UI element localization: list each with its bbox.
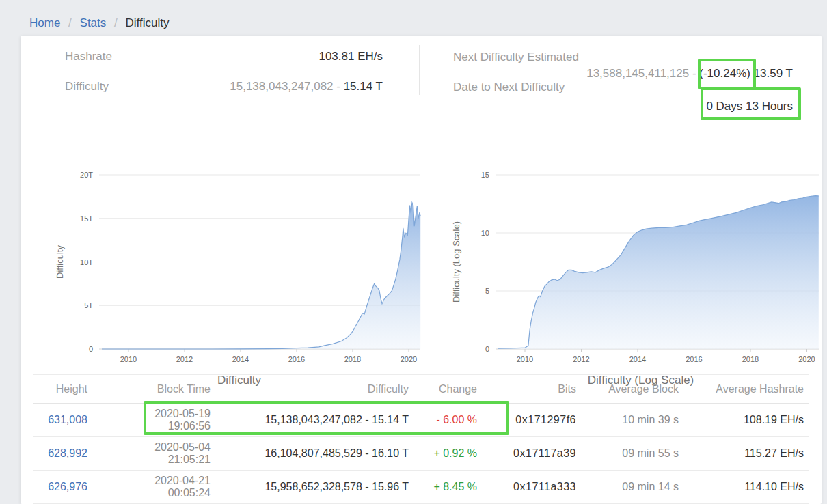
chart-area-fill <box>102 203 420 349</box>
col-header-average-hashrate: Average Hashrate <box>679 375 809 404</box>
difficulty-value-number: 15,138,043,247,082 - <box>230 80 343 93</box>
svg-text:20T: 20T <box>80 171 93 179</box>
date-next-difficulty-label: Date to Next Difficulty <box>453 81 565 94</box>
col-header-bits: Bits <box>477 375 576 404</box>
svg-text:2016: 2016 <box>686 355 702 363</box>
svg-text:2012: 2012 <box>573 355 589 363</box>
svg-text:5: 5 <box>485 287 489 295</box>
svg-text:2010: 2010 <box>120 355 137 363</box>
svg-text:2012: 2012 <box>176 355 193 363</box>
difficulty-table: Height Block Time Difficulty Change Bits… <box>33 374 809 504</box>
date-next-difficulty-value: 0 Days 13 Hours <box>453 100 793 113</box>
block-time-cell: 2020-05-0421:05:21 <box>87 437 211 471</box>
chart-area-fill <box>498 196 819 349</box>
next-difficulty-label: Next Difficulty Estimated <box>453 51 579 64</box>
next-difficulty-number: 13,588,145,411,125 - <box>586 67 699 80</box>
svg-text:2018: 2018 <box>344 355 361 363</box>
difficulty-label: Difficulty <box>65 80 109 94</box>
next-difficulty-value: 13,588,145,411,125 - (-10.24%) 13.59 T <box>453 67 793 81</box>
svg-text:10T: 10T <box>80 258 93 266</box>
next-difficulty-change: (-10.24%) <box>699 67 750 80</box>
average-hashrate-cell: 114.10 EH/s <box>679 471 809 504</box>
svg-text:2010: 2010 <box>517 355 533 363</box>
col-header-average-block: Average Block <box>576 375 679 404</box>
breadcrumb-home-link[interactable]: Home <box>29 16 60 29</box>
average-block-cell: 10 min 39 s <box>576 404 679 437</box>
table-row: 626,9762020-04-2100:05:2415,958,652,328,… <box>33 471 809 504</box>
difficulty-log-chart[interactable]: 051015201020122014201620182020Difficulty… <box>444 167 827 372</box>
bits-cell: 0x17117a39 <box>477 437 576 471</box>
hashrate-value: 103.81 EH/s <box>157 50 383 64</box>
difficulty-cell: 15,138,043,247,082 - 15.14 T <box>211 404 409 437</box>
breadcrumb: Home / Stats / Difficulty <box>29 16 169 30</box>
bits-cell: 0x171297f6 <box>477 404 576 437</box>
change-cell: - 6.00 % <box>409 404 477 437</box>
average-hashrate-cell: 115.27 EH/s <box>679 437 809 471</box>
breadcrumb-stats-link[interactable]: Stats <box>80 16 107 29</box>
difficulty-linear-chart[interactable]: 05T10T15T20T201020122014201620182020Diff… <box>48 167 431 372</box>
change-cell: + 0.92 % <box>409 437 477 471</box>
svg-text:2020: 2020 <box>401 355 417 363</box>
y-axis-title: Difficulty (Log Scale) <box>451 221 461 303</box>
col-header-change: Change <box>409 375 477 404</box>
difficulty-cell: 15,958,652,328,578 - 15.96 T <box>211 471 409 504</box>
breadcrumb-separator: / <box>64 16 77 29</box>
table-row: 631,0082020-05-1919:06:5615,138,043,247,… <box>33 404 809 437</box>
average-block-cell: 09 min 14 s <box>576 471 679 504</box>
svg-text:2014: 2014 <box>232 355 249 363</box>
stats-card: Hashrate 103.81 EH/s Difficulty 15,138,0… <box>21 36 822 504</box>
bits-cell: 0x1711a333 <box>477 471 576 504</box>
average-block-cell: 09 min 55 s <box>576 437 679 471</box>
block-height-link[interactable]: 631,008 <box>33 404 87 437</box>
table-row: 628,9922020-05-0421:05:2116,104,807,485,… <box>33 437 809 471</box>
average-hashrate-cell: 108.19 EH/s <box>679 404 809 437</box>
svg-text:2016: 2016 <box>288 355 305 363</box>
hashrate-label: Hashrate <box>65 50 112 64</box>
block-time-cell: 2020-04-2100:05:24 <box>87 471 211 504</box>
svg-text:2018: 2018 <box>742 355 759 363</box>
col-header-block-time: Block Time <box>87 375 211 404</box>
block-height-link[interactable]: 628,992 <box>33 437 87 471</box>
svg-text:2020: 2020 <box>798 355 815 363</box>
svg-text:2014: 2014 <box>629 355 646 363</box>
change-cell: + 8.45 % <box>409 471 477 504</box>
breadcrumb-current-page: Difficulty <box>126 16 170 29</box>
svg-text:10: 10 <box>481 229 489 237</box>
block-time-cell: 2020-05-1919:06:56 <box>87 404 211 437</box>
col-header-difficulty: Difficulty <box>211 375 409 404</box>
breadcrumb-separator: / <box>109 16 122 29</box>
block-height-link[interactable]: 626,976 <box>33 471 87 504</box>
col-header-height: Height <box>33 375 87 404</box>
difficulty-value: 15,138,043,247,082 - 15.14 T <box>116 80 383 94</box>
svg-text:0: 0 <box>89 345 93 353</box>
next-difficulty-short: 13.59 T <box>750 67 793 80</box>
table-header-row: Height Block Time Difficulty Change Bits… <box>33 375 809 404</box>
svg-text:0: 0 <box>485 345 489 353</box>
difficulty-cell: 16,104,807,485,529 - 16.10 T <box>211 437 409 471</box>
svg-text:5T: 5T <box>84 301 93 309</box>
y-axis-title: Difficulty <box>55 245 65 279</box>
difficulty-value-short: 15.14 T <box>344 80 383 93</box>
svg-text:15: 15 <box>481 171 489 179</box>
stats-divider <box>419 45 420 95</box>
svg-text:15T: 15T <box>80 214 93 223</box>
